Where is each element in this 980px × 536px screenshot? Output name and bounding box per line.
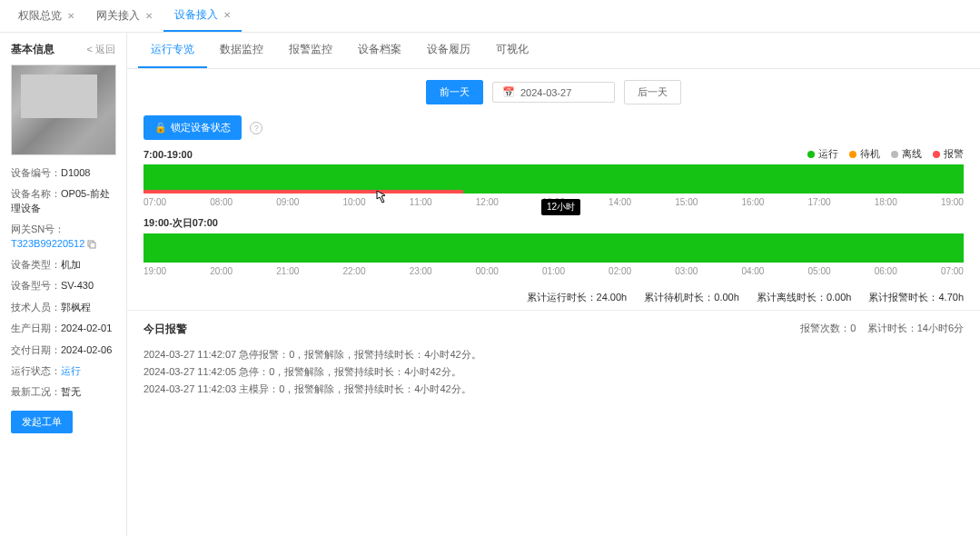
info-run-status: 运行状态：运行 [11,361,115,382]
legend-standby: 待机 [849,147,880,161]
back-link[interactable]: < 返回 [87,43,115,56]
sub-tab-archive[interactable]: 设备档案 [345,33,414,68]
top-tabs: 权限总览 ✕ 网关接入 ✕ 设备接入 ✕ [0,0,980,33]
alarms-meta: 报警次数：0 累计时长：14小时6分 [800,322,964,337]
timeline-night: 19:00-次日07:00 19:0020:0021:0022:0023:000… [127,216,980,285]
info-tech-person: 技术人员：郭枫程 [11,297,115,318]
info-deliv-date: 交付日期：2024-02-06 [11,340,115,361]
timeline-bar[interactable] [144,233,964,263]
svg-rect-1 [90,243,95,248]
info-device-name: 设备名称：OP05-前处理设备 [11,184,115,219]
sidebar: 基本信息 < 返回 设备编号：D1008 设备名称：OP05-前处理设备 网关S… [0,33,127,536]
alarm-item: 2024-03-27 11:42:07 急停报警：0，报警解除，报警持续时长：4… [144,346,964,363]
tab-label: 权限总览 [18,8,62,24]
legend-alarm: 报警 [933,147,964,161]
timeline-ticks: 19:0020:0021:0022:0023:0000:0001:0002:00… [144,266,964,276]
info-device-model: 设备型号：SV-430 [11,275,115,296]
sn-link[interactable]: T323B99220512 [11,238,84,249]
date-value: 2024-03-27 [520,87,571,98]
cursor-icon [375,190,388,206]
date-nav-bar: 前一天 📅 2024-03-27 后一天 [127,69,980,115]
device-image [11,65,116,155]
content-area: 运行专览 数据监控 报警监控 设备档案 设备履历 可视化 前一天 📅 2024-… [127,33,980,536]
alarms-section: 今日报警 报警次数：0 累计时长：14小时6分 2024-03-27 11:42… [127,311,980,409]
alarm-item: 2024-03-27 11:42:03 主模异：0，报警解除，报警持续时长：4小… [144,381,964,398]
top-tab-permissions[interactable]: 权限总览 ✕ [7,0,85,32]
top-tab-device[interactable]: 设备接入 ✕ [163,0,242,32]
timeline-tooltip: 12小时 [541,199,580,215]
info-device-id: 设备编号：D1008 [11,163,115,184]
timeline-title: 19:00-次日07:00 [144,216,218,230]
alarm-item: 2024-03-27 11:42:05 急停：0，报警解除，报警持续时长：4小时… [144,363,964,381]
close-icon[interactable]: ✕ [67,11,74,21]
alarms-title: 今日报警 [144,322,187,337]
alarm-segment [144,190,463,194]
help-icon[interactable]: ? [250,122,262,134]
info-workorder: 最新工况：暂无 [11,382,115,402]
send-workorder-button[interactable]: 发起工单 [11,411,73,433]
lock-icon: 🔒 [154,122,167,134]
sub-tab-history[interactable]: 设备履历 [414,33,483,68]
sub-tab-visual[interactable]: 可视化 [483,33,541,68]
sidebar-title: 基本信息 [11,42,54,57]
info-device-type: 设备类型：机加 [11,254,115,275]
prev-day-button[interactable]: 前一天 [426,80,483,104]
stats-row: 累计运行时长：24.00h 累计待机时长：0.00h 累计离线时长：0.00h … [127,285,980,311]
timeline-title: 7:00-19:00 [144,149,193,160]
calendar-icon: 📅 [502,86,515,98]
tab-label: 设备接入 [174,7,218,23]
timeline-bar[interactable] [144,164,964,194]
info-gateway-sn: 网关SN号：T323B99220512 [11,219,115,254]
close-icon[interactable]: ✕ [223,10,231,20]
sub-tab-overview[interactable]: 运行专览 [138,33,207,68]
legend-run: 运行 [807,147,838,161]
sub-tab-data[interactable]: 数据监控 [207,33,276,68]
sub-tabs: 运行专览 数据监控 报警监控 设备档案 设备履历 可视化 [127,33,980,69]
sub-tab-alarm[interactable]: 报警监控 [276,33,345,68]
timeline-day: 7:00-19:00 运行 待机 离线 报警 12小时 [127,147,980,216]
tab-label: 网关接入 [96,8,140,24]
info-prod-date: 生产日期：2024-02-01 [11,318,115,339]
date-picker[interactable]: 📅 2024-03-27 [492,82,615,103]
next-day-button[interactable]: 后一天 [624,80,681,104]
legend: 运行 待机 离线 报警 [807,147,964,161]
close-icon[interactable]: ✕ [145,11,153,21]
lock-status-button[interactable]: 🔒 锁定设备状态 [144,115,242,140]
legend-offline: 离线 [891,147,922,161]
top-tab-gateway[interactable]: 网关接入 ✕ [85,0,163,32]
